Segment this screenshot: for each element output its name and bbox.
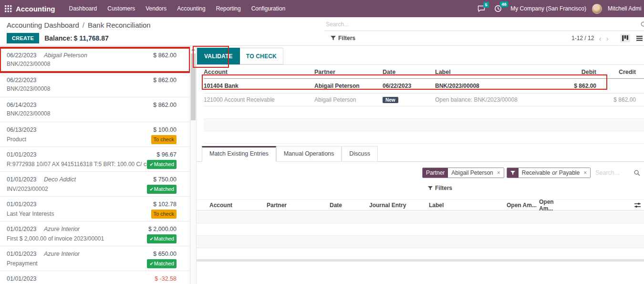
- statement-line[interactable]: 01/01/2023 $ -32.58 Bank Fees: [0, 271, 190, 284]
- line-ref: Product: [7, 136, 26, 143]
- line-amount: $ 750.00: [153, 176, 177, 183]
- line-partner: Deco Addict: [44, 176, 76, 183]
- nav-configuration[interactable]: Configuration: [246, 2, 291, 15]
- col-credit: Credit: [608, 69, 644, 75]
- validate-button[interactable]: VALIDATE: [197, 48, 240, 64]
- reconcile-actions: VALIDATE TO CHECK: [197, 46, 644, 65]
- breadcrumb-separator: /: [83, 21, 84, 29]
- statement-line[interactable]: 06/22/2023 Abigail Peterson $ 862.00 BNK…: [0, 48, 190, 73]
- control-panel-top: Accounting Dashboard/Bank Reconciliation: [0, 17, 644, 31]
- proposition-row-bank[interactable]: 101404 Bank Abigail Peterson 06/22/2023 …: [204, 79, 644, 94]
- to-check-button[interactable]: TO CHECK: [240, 48, 283, 64]
- cell-partner: Abigail Peterson: [314, 96, 383, 103]
- match-search-input[interactable]: [593, 168, 630, 178]
- match-filters-toggle[interactable]: Filters: [428, 185, 452, 191]
- breadcrumb-accounting-dashboard[interactable]: Accounting Dashboard: [7, 21, 79, 29]
- company-switcher[interactable]: My Company (San Francisco): [510, 5, 586, 12]
- facet-filter-receivable: Receivable: [522, 169, 550, 176]
- facet-remove-icon[interactable]: [583, 169, 587, 176]
- messages-count-badge: 5: [483, 2, 488, 8]
- statement-line[interactable]: 06/14/2023 $ 862.00 BNK/2023/00008: [0, 97, 190, 122]
- empty-row: [204, 131, 644, 144]
- cell-credit: $ 862.00: [608, 96, 644, 103]
- statement-line[interactable]: 01/01/2023 Deco Addict $ 750.00 INV/2023…: [0, 172, 190, 197]
- col-account: Account: [209, 202, 267, 209]
- create-button[interactable]: CREATE: [7, 33, 39, 43]
- line-partner: Azure Interior: [44, 251, 80, 257]
- cell-debit: $ 862.00: [561, 83, 608, 89]
- proposition-row-receivable[interactable]: 121000 Account Receivable Abigail Peters…: [204, 94, 644, 106]
- app-title[interactable]: Accounting: [16, 5, 55, 13]
- match-table-header: Account Partner Date Journal Entry Label…: [197, 200, 644, 210]
- col-debit: Debit: [561, 69, 608, 75]
- main-content: 06/22/2023 Abigail Peterson $ 862.00 BNK…: [0, 45, 644, 284]
- filters-toggle[interactable]: Filters: [331, 35, 355, 42]
- list-view-icon[interactable]: [634, 34, 644, 42]
- toggle-columns-icon[interactable]: [634, 202, 641, 208]
- search-icon[interactable]: [641, 21, 644, 28]
- statement-lines-list: 06/22/2023 Abigail Peterson $ 862.00 BNK…: [0, 46, 190, 284]
- line-ref: INV/2023/00002: [7, 186, 48, 192]
- cell-label: BNK/2023/00008: [435, 83, 561, 89]
- pager-prev-icon[interactable]: [599, 35, 601, 42]
- proposition-table: Account Partner Date Label Debit Credit …: [204, 67, 644, 144]
- facet-remove-icon[interactable]: [497, 169, 500, 176]
- kanban-view-icon[interactable]: [620, 34, 630, 42]
- tab-match-existing-entries[interactable]: Match Existing Entries: [202, 146, 276, 162]
- nav-accounting[interactable]: Accounting: [172, 2, 210, 15]
- facet-filter-or: or: [552, 169, 557, 176]
- avatar[interactable]: [592, 4, 602, 14]
- col-partner: Partner: [314, 69, 383, 75]
- line-amount: $ 102.78: [153, 201, 177, 208]
- nav-customers[interactable]: Customers: [102, 2, 140, 15]
- statement-line[interactable]: 06/13/2023 $ 100.00 Product To check: [0, 122, 190, 147]
- balance-value: $ 11,768.87: [74, 34, 109, 42]
- notebook-tabs: Match Existing Entries Manual Operations…: [197, 146, 644, 162]
- breadcrumb-current: Bank Reconciliation: [88, 21, 151, 29]
- line-partner: Abigail Peterson: [44, 52, 87, 59]
- line-date: 01/01/2023: [7, 176, 44, 183]
- cell-partner: Abigail Peterson: [314, 83, 383, 89]
- line-amount: $ -32.58: [155, 275, 177, 282]
- tab-manual-operations[interactable]: Manual Operations: [276, 146, 342, 162]
- scrollbar[interactable]: [190, 46, 197, 284]
- pager: 1-12 / 12: [571, 35, 608, 42]
- line-partner: Azure Interior: [44, 226, 80, 232]
- cell-account: 121000 Account Receivable: [204, 96, 314, 103]
- facet-filter: Receivable or Payable: [507, 168, 591, 178]
- line-ref: R:9772938 10/07 AX 9415116318 T:5 BRT: 1…: [7, 161, 147, 168]
- match-search-icon[interactable]: [634, 170, 640, 176]
- line-date: 06/14/2023: [7, 102, 44, 108]
- line-date: 01/01/2023: [7, 251, 44, 257]
- user-menu[interactable]: Mitchell Admin: [608, 5, 641, 12]
- activities-count-badge: 46: [500, 1, 508, 7]
- empty-row: [204, 106, 644, 119]
- nav-dashboard[interactable]: Dashboard: [64, 2, 103, 15]
- cell-label: Open balance: BNK/2023/00008: [435, 96, 561, 103]
- line-date: 01/01/2023: [7, 201, 44, 208]
- line-amount: $ 96.67: [156, 151, 177, 158]
- statement-line[interactable]: 01/01/2023 Azure Interior $ 650.00 Prepa…: [0, 246, 190, 271]
- main-menu: Dashboard Customers Vendors Accounting R…: [64, 2, 291, 15]
- statement-line[interactable]: 06/22/2023 $ 862.00 BNK/2023/00008: [0, 73, 190, 97]
- facet-filter-payable: Payable: [559, 169, 580, 176]
- activities-clock-icon[interactable]: 46: [494, 5, 502, 12]
- scrollbar-thumb[interactable]: [191, 53, 196, 120]
- line-amount: $ 2,000.00: [148, 226, 177, 232]
- nav-reporting[interactable]: Reporting: [211, 2, 246, 15]
- line-date: 01/01/2023: [7, 275, 44, 282]
- apps-grid-icon[interactable]: [5, 5, 12, 12]
- app-window: Accounting Dashboard Customers Vendors A…: [0, 0, 644, 284]
- statement-line[interactable]: 01/01/2023 Azure Interior $ 2,000.00 Fir…: [0, 221, 190, 246]
- messages-icon[interactable]: 5: [478, 5, 486, 12]
- statement-line[interactable]: 01/01/2023 $ 96.67 R:9772938 10/07 AX 94…: [0, 147, 190, 172]
- search-input[interactable]: [324, 19, 641, 31]
- col-label: Label: [429, 202, 507, 209]
- scrollbar-up-icon[interactable]: [191, 48, 195, 51]
- statement-line[interactable]: 01/01/2023 $ 102.78 Last Year Interests …: [0, 197, 190, 221]
- tab-discuss[interactable]: Discuss: [342, 146, 378, 162]
- nav-vendors[interactable]: Vendors: [140, 2, 172, 15]
- pager-next-icon[interactable]: [606, 35, 608, 42]
- facet-funnel-icon: [507, 168, 519, 178]
- col-label: Label: [435, 69, 561, 75]
